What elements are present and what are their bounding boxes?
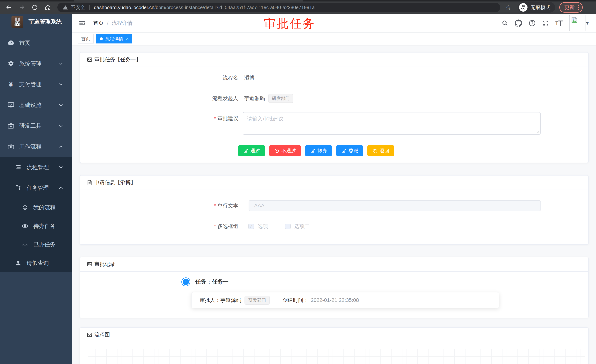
sidebar-item-infra[interactable]: 基础设施 bbox=[0, 95, 72, 116]
single-line-text-row: *单行文本 bbox=[80, 200, 588, 211]
gear-icon bbox=[7, 60, 15, 67]
help-icon[interactable] bbox=[529, 19, 536, 27]
card-process-diagram: 流程图 bbox=[80, 327, 589, 364]
sidebar-item-system[interactable]: 系统管理 bbox=[0, 53, 72, 74]
timeline-task-row: 任务：任务一 bbox=[183, 278, 588, 286]
breadcrumb-home[interactable]: 首页 bbox=[93, 20, 104, 27]
clock-icon bbox=[183, 279, 189, 285]
required-asterisk: * bbox=[214, 223, 216, 229]
sidebar-item-todo-tasks[interactable]: 待办任务 bbox=[0, 217, 72, 235]
picture-outline-icon bbox=[87, 332, 93, 338]
update-label[interactable]: 更新 bbox=[564, 4, 575, 11]
card-diagram-header: 流程图 bbox=[80, 328, 588, 342]
back-icon[interactable] bbox=[5, 3, 13, 11]
sidebar-item-label: 研发工具 bbox=[19, 122, 41, 130]
required-asterisk: * bbox=[214, 116, 216, 121]
resize-handle-icon[interactable] bbox=[536, 128, 539, 134]
required-asterisk: * bbox=[214, 203, 216, 208]
single-line-text-label: *单行文本 bbox=[80, 202, 238, 209]
address-bar[interactable]: 不安全 | dashboard.yudao.iocoder.cn/bpm/pro… bbox=[57, 3, 500, 12]
sidebar-item-payment[interactable]: ¥ 支付管理 bbox=[0, 74, 72, 95]
document-icon bbox=[87, 180, 93, 186]
checkbox-option-2[interactable]: 选项二 bbox=[285, 223, 310, 230]
sidebar-item-label: 待办任务 bbox=[33, 222, 56, 230]
avatar[interactable] bbox=[569, 15, 585, 31]
checkbox-option-2-label: 选项二 bbox=[294, 223, 310, 230]
app-logo: 🐰 bbox=[11, 16, 23, 28]
browser-tabstrip bbox=[0, 0, 596, 1]
checkbox-option-1[interactable]: ✓ 选项一 bbox=[248, 223, 273, 230]
record-detail-card: 审批人： 芋道源码 研发部门 创建时间： 2022-01-21 22:35:08 bbox=[191, 292, 499, 308]
return-button[interactable]: 退回 bbox=[367, 145, 394, 156]
sidebar-item-home[interactable]: 首页 bbox=[0, 33, 72, 53]
avatar-caret-icon[interactable]: ▾ bbox=[586, 20, 589, 26]
sidebar-item-workflow[interactable]: 工作流程 bbox=[0, 136, 72, 157]
sidebar-item-done-tasks[interactable]: 已办任务 bbox=[0, 235, 72, 254]
sidebar-item-devtools[interactable]: 研发工具 bbox=[0, 116, 72, 136]
sidebar-item-process-mgmt[interactable]: 流程管理 bbox=[0, 157, 72, 178]
delegate-button[interactable]: 委派 bbox=[336, 145, 363, 156]
sidebar-item-task-mgmt[interactable]: 任务管理 bbox=[0, 178, 72, 198]
eye-closed-icon bbox=[21, 241, 29, 248]
tab-process-detail-label: 流程详情 bbox=[105, 36, 123, 42]
browser-toolbar: 不安全 | dashboard.yudao.iocoder.cn/bpm/pro… bbox=[0, 1, 596, 13]
active-tab-dot bbox=[100, 37, 103, 40]
forward-icon[interactable] bbox=[18, 3, 26, 11]
dashboard-icon bbox=[7, 39, 15, 47]
checkbox-unchecked-icon[interactable] bbox=[285, 224, 291, 229]
chevron-down-icon bbox=[59, 123, 63, 128]
created-time-label: 创建时间： bbox=[283, 297, 309, 304]
sidebar-item-label: 我的流程 bbox=[33, 204, 56, 211]
fullscreen-icon[interactable] bbox=[542, 20, 549, 27]
url-path[interactable]: /bpm/process-instance/detail?id=54aa251f… bbox=[154, 5, 315, 10]
breadcrumb-separator: / bbox=[107, 20, 108, 26]
github-icon[interactable] bbox=[515, 19, 522, 27]
bpmn-canvas[interactable] bbox=[88, 349, 585, 364]
monitor-icon bbox=[7, 101, 15, 109]
font-size-icon[interactable]: TT bbox=[555, 19, 563, 27]
approval-comment-row: *审批建议 bbox=[80, 112, 588, 136]
task-title: 任务：任务一 bbox=[195, 278, 229, 286]
home-icon[interactable] bbox=[44, 3, 52, 11]
sidebar-item-leave-query[interactable]: 请假查询 bbox=[0, 254, 72, 272]
reload-icon[interactable] bbox=[31, 3, 39, 11]
tags-view-bar: 首页 流程详情 × bbox=[72, 33, 596, 45]
chevron-up-icon bbox=[59, 186, 63, 190]
card-approval-records: 审批记录 任务：任务一 审批人： 芋道源码 研发部门 创建时间： 2022-01… bbox=[80, 257, 589, 318]
picture-outline-icon bbox=[87, 261, 93, 267]
incognito-label: 无痕模式 bbox=[530, 4, 551, 11]
single-line-text-input[interactable] bbox=[249, 200, 541, 211]
search-icon[interactable] bbox=[501, 20, 508, 27]
process-initiator-label: 流程发起人 bbox=[80, 95, 238, 102]
chevron-down-icon bbox=[59, 82, 63, 87]
transfer-button[interactable]: 转办 bbox=[305, 145, 332, 156]
approval-actions: 通过 不通过 转办 委派 bbox=[238, 145, 588, 163]
sidebar-collapse-icon[interactable] bbox=[78, 19, 86, 27]
url-host[interactable]: dashboard.yudao.iocoder.cn bbox=[94, 5, 154, 10]
tab-home-label: 首页 bbox=[81, 36, 90, 42]
card-application-info: 申请信息【滔博】 *单行文本 *多选框组 ✓ 选项一 bbox=[80, 175, 589, 245]
not-secure-warning-icon bbox=[63, 5, 68, 10]
bookmark-star-icon[interactable]: ☆ bbox=[505, 4, 512, 11]
tab-home[interactable]: 首页 bbox=[78, 34, 94, 44]
checkbox-checked-icon[interactable]: ✓ bbox=[248, 224, 254, 229]
process-initiator-row: 流程发起人 芋道源码 研发部门 bbox=[80, 94, 588, 103]
process-initiator-value: 芋道源码 bbox=[244, 95, 265, 102]
process-name-value: 滔博 bbox=[244, 74, 254, 81]
approve-button[interactable]: 通过 bbox=[238, 145, 265, 156]
reject-button[interactable]: 不通过 bbox=[269, 145, 301, 156]
sidebar-logo-row[interactable]: 🐰 芋道管理系统 bbox=[0, 14, 72, 29]
update-button[interactable]: 更新 bbox=[559, 2, 583, 13]
browser-chrome: 不安全 | dashboard.yudao.iocoder.cn/bpm/pro… bbox=[0, 0, 596, 14]
sidebar-item-label: 基础设施 bbox=[19, 101, 41, 109]
tab-process-detail[interactable]: 流程详情 × bbox=[96, 34, 132, 44]
card-approval-header: 审批任务【任务一】 bbox=[80, 52, 588, 67]
close-icon[interactable]: × bbox=[126, 37, 129, 41]
checkbox-group: ✓ 选项一 选项二 bbox=[248, 223, 322, 230]
security-label[interactable]: 不安全 bbox=[71, 4, 85, 11]
sidebar-item-my-process[interactable]: 我的流程 bbox=[0, 198, 72, 217]
list-tree-icon bbox=[14, 164, 22, 171]
browser-menu-icon[interactable] bbox=[578, 5, 579, 10]
browser-active-tab[interactable] bbox=[74, 0, 303, 1]
approval-comment-input[interactable] bbox=[243, 112, 541, 135]
